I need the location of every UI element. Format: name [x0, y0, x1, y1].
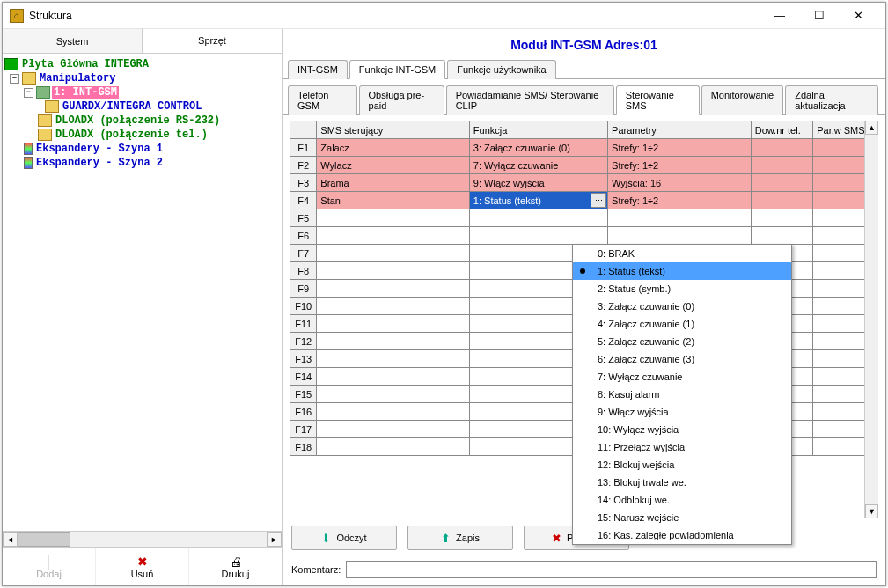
table-cell[interactable]: Stan	[317, 192, 470, 209]
dropdown-item[interactable]: 16: Kas. zaległe powiadomienia	[573, 526, 791, 544]
table-cell[interactable]: 3: Załącz czuwanie (0)	[469, 139, 607, 157]
table-cell[interactable]: Strefy: 1÷2	[608, 192, 752, 209]
table-cell[interactable]: F4	[290, 192, 317, 209]
table-cell[interactable]	[317, 245, 470, 262]
table-cell[interactable]: Strefy: 1÷2	[608, 139, 752, 157]
tree-item[interactable]: Ekspandery - Szyna 1	[4, 142, 280, 156]
table-cell[interactable]: F13	[290, 350, 317, 368]
table-cell[interactable]: F11	[290, 315, 317, 333]
table-cell[interactable]: 9: Włącz wyjścia	[469, 174, 607, 192]
table-row[interactable]: F3Brama9: Włącz wyjściaWyjścia: 16	[290, 174, 878, 192]
table-cell[interactable]	[317, 350, 470, 368]
table-cell[interactable]: F1	[290, 139, 317, 157]
dropdown-item[interactable]: 7: Wyłącz czuwanie	[573, 368, 791, 386]
table-cell[interactable]	[317, 298, 470, 315]
table-cell[interactable]: F12	[290, 333, 317, 350]
scroll-track[interactable]	[18, 532, 267, 547]
tab-system[interactable]: System	[3, 29, 143, 53]
dropdown-item[interactable]: 5: Załącz czuwanie (2)	[573, 333, 791, 350]
table-cell[interactable]: 1: Status (tekst)⋯	[469, 192, 607, 209]
ellipsis-button[interactable]: ⋯	[591, 193, 606, 208]
table-cell[interactable]	[317, 368, 470, 386]
table-cell[interactable]	[751, 174, 812, 192]
table-row[interactable]: F6	[290, 227, 878, 245]
dropdown-item[interactable]: 11: Przełącz wyjścia	[573, 438, 791, 456]
col-header[interactable]	[290, 121, 317, 139]
print-button[interactable]: 🖨 Drukuj	[189, 548, 282, 585]
dropdown-item[interactable]: 0: BRAK	[573, 245, 791, 262]
table-cell[interactable]	[751, 192, 812, 209]
subtab-sterowanie-sms[interactable]: Sterowanie SMS	[616, 85, 700, 115]
subtab-prepaid[interactable]: Obsługa pre-paid	[359, 85, 444, 115]
tree[interactable]: Płyta Główna INTEGRA − Manipulatory − 1:…	[3, 54, 282, 531]
table-cell[interactable]: F5	[290, 209, 317, 227]
tree-item[interactable]: − Manipulatory	[4, 71, 280, 85]
table-row[interactable]: F4Stan1: Status (tekst)⋯Strefy: 1÷2	[290, 192, 878, 209]
table-cell[interactable]	[317, 403, 470, 421]
dropdown-item[interactable]: 6: Załącz czuwanie (3)	[573, 350, 791, 368]
dropdown-item[interactable]: 8: Kasuj alarm	[573, 386, 791, 403]
scroll-down-icon[interactable]: ▼	[865, 504, 878, 518]
table-cell[interactable]: 7: Wyłącz czuwanie	[469, 157, 607, 174]
table-cell[interactable]: F18	[290, 438, 317, 456]
table-cell[interactable]	[751, 209, 812, 227]
tab-funkcje-int-gsm[interactable]: Funkcje INT-GSM	[349, 60, 445, 79]
dropdown-item[interactable]: 12: Blokuj wejścia	[573, 456, 791, 474]
tab-sprzet[interactable]: Sprzęt	[143, 29, 282, 53]
table-cell[interactable]: F7	[290, 245, 317, 262]
table-cell[interactable]	[317, 262, 470, 280]
function-dropdown[interactable]: 0: BRAK1: Status (tekst)2: Status (symb.…	[572, 244, 792, 545]
table-cell[interactable]	[317, 227, 470, 245]
table-cell[interactable]: F6	[290, 227, 317, 245]
tree-item[interactable]: DLOADX (połączenie tel.)	[4, 128, 280, 142]
close-button[interactable]: ✕	[839, 3, 878, 28]
table-row[interactable]: F2Wylacz7: Wyłącz czuwanieStrefy: 1÷2	[290, 157, 878, 174]
table-cell[interactable]: Brama	[317, 174, 470, 192]
table-cell[interactable]	[317, 421, 470, 438]
dropdown-item[interactable]: 15: Narusz wejście	[573, 509, 791, 526]
dropdown-item[interactable]: 13: Blokuj trwale we.	[573, 474, 791, 491]
table-cell[interactable]	[317, 386, 470, 403]
scroll-thumb[interactable]	[18, 532, 70, 547]
table-cell[interactable]: Wylacz	[317, 157, 470, 174]
delete-button[interactable]: ✖ Usuń	[96, 548, 189, 585]
tree-item-int-gsm[interactable]: − 1: INT-GSM	[4, 85, 280, 99]
dropdown-item[interactable]: 14: Odblokuj we.	[573, 491, 791, 509]
tab-funkcje-uzytkownika[interactable]: Funkcje użytkownika	[447, 60, 556, 79]
tab-int-gsm[interactable]: INT-GSM	[288, 60, 348, 79]
table-cell[interactable]	[317, 209, 470, 227]
tree-item[interactable]: DLOADX (połączenie RS-232)	[4, 114, 280, 128]
table-row[interactable]: F1Zalacz3: Załącz czuwanie (0)Strefy: 1÷…	[290, 139, 878, 157]
col-header[interactable]: Dow.nr tel.	[751, 121, 812, 139]
subtab-telefon-gsm[interactable]: Telefon GSM	[288, 85, 357, 115]
scroll-up-icon[interactable]: ▲	[865, 121, 878, 135]
table-cell[interactable]: F10	[290, 298, 317, 315]
dropdown-item[interactable]: 2: Status (symb.)	[573, 280, 791, 298]
vertical-scrollbar[interactable]: ▲ ▼	[864, 121, 878, 518]
dropdown-item[interactable]: 10: Wyłącz wyjścia	[573, 421, 791, 438]
dropdown-item[interactable]: 9: Włącz wyjścia	[573, 403, 791, 421]
table-cell[interactable]: F14	[290, 368, 317, 386]
table-cell[interactable]	[751, 139, 812, 157]
tree-root[interactable]: Płyta Główna INTEGRA	[4, 57, 280, 71]
table-cell[interactable]: Wyjścia: 16	[608, 174, 752, 192]
table-cell[interactable]: F8	[290, 262, 317, 280]
table-cell[interactable]	[317, 333, 470, 350]
tree-toggle-icon[interactable]: −	[24, 88, 33, 98]
subtab-sms-clip[interactable]: Powiadamianie SMS/ Sterowanie CLIP	[446, 85, 614, 115]
table-cell[interactable]: F3	[290, 174, 317, 192]
scroll-left-icon[interactable]: ◄	[3, 532, 18, 547]
read-button[interactable]: ⬇ Odczyt	[291, 526, 397, 550]
table-cell[interactable]	[751, 157, 812, 174]
table-cell[interactable]	[469, 209, 607, 227]
tree-item[interactable]: GUARDX/INTEGRA CONTROL	[4, 99, 280, 114]
table-cell[interactable]: F17	[290, 421, 317, 438]
table-cell[interactable]	[608, 209, 752, 227]
horizontal-scrollbar[interactable]: ◄ ►	[3, 531, 282, 547]
maximize-button[interactable]: ☐	[799, 3, 839, 28]
table-cell[interactable]: F16	[290, 403, 317, 421]
dropdown-item[interactable]: 1: Status (tekst)	[573, 262, 791, 280]
dropdown-item[interactable]: 3: Załącz czuwanie (0)	[573, 298, 791, 315]
scroll-right-icon[interactable]: ►	[267, 532, 282, 547]
subtab-monitorowanie[interactable]: Monitorowanie	[701, 85, 784, 115]
